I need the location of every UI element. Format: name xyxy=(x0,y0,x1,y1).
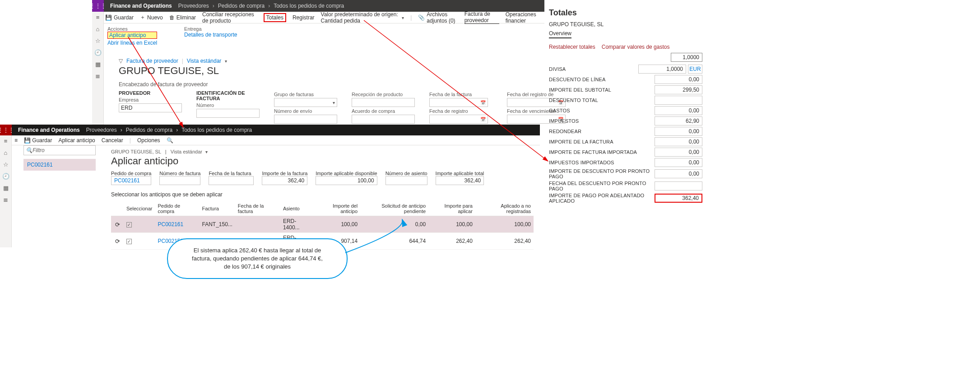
save-button[interactable]: 💾 Guardar xyxy=(24,137,52,144)
exchange-rate-value[interactable]: 1,0000 xyxy=(671,53,702,62)
menu-icon[interactable]: ≡ xyxy=(94,14,102,21)
home-icon[interactable]: ⌂ xyxy=(94,25,102,32)
recepcion-input[interactable] xyxy=(352,98,415,107)
funnel-icon[interactable]: ▽ xyxy=(119,58,123,64)
totalapp-input[interactable]: 362,40 xyxy=(436,176,484,185)
table-header[interactable]: Seleccionar xyxy=(124,201,155,216)
table-header[interactable]: Factura xyxy=(199,201,235,216)
register-button[interactable]: Registrar xyxy=(293,14,315,21)
table-cell: ⟳ xyxy=(111,233,124,250)
avail-input[interactable]: 100,00 xyxy=(316,176,377,185)
delete-button[interactable]: 🗑 Eliminar xyxy=(169,14,196,21)
table-header[interactable]: Importe del anticipo xyxy=(314,201,360,216)
workspace-icon[interactable]: ▦ xyxy=(2,184,9,191)
clock-icon[interactable]: 🕘 xyxy=(94,49,102,56)
totals-row-value[interactable]: 0,00 xyxy=(655,158,702,167)
numero-input[interactable] xyxy=(196,109,260,118)
invamt-input[interactable]: 362,40 xyxy=(262,176,307,185)
star-icon[interactable]: ☆ xyxy=(2,161,9,168)
waffle-icon[interactable]: ⋮⋮⋮ xyxy=(92,0,104,12)
invno-input[interactable] xyxy=(159,176,200,185)
crumb-1[interactable]: Proveedores xyxy=(86,127,117,133)
grupo-facturas-input[interactable] xyxy=(274,98,337,107)
nav-item-selected[interactable]: PC002161 xyxy=(23,159,96,171)
filter-input[interactable]: 🔍 Filtro xyxy=(23,145,96,155)
page-title: GRUPO TEGUISE, SL xyxy=(119,65,543,77)
transport-details-action[interactable]: Detalles de transporte xyxy=(184,32,237,38)
table-header[interactable]: Importe para aplicar xyxy=(428,201,475,216)
table-row[interactable]: ⟳PC002161FANT_150...ERD-1400...100,000,0… xyxy=(111,216,534,233)
table-header[interactable]: Solicitud de anticipo pendiente xyxy=(360,201,428,216)
waffle-icon[interactable]: ⋮⋮⋮ xyxy=(0,125,12,135)
row-checkbox[interactable] xyxy=(126,239,132,244)
compare-expenses-link[interactable]: Comparar valores de gastos xyxy=(602,44,670,50)
totals-row-value[interactable]: 0,00 xyxy=(655,127,702,136)
form-path[interactable]: Factura de proveedor xyxy=(126,58,178,64)
totals-button[interactable]: Totales xyxy=(264,13,286,22)
apply-prepayment-button[interactable]: Aplicar anticipo xyxy=(58,137,95,144)
view-label[interactable]: Vista estándar xyxy=(187,58,227,64)
totals-row-value[interactable] xyxy=(655,96,702,105)
totals-row-value[interactable]: 62,90 xyxy=(655,116,702,125)
fecha-factura-label: Fecha de la factura xyxy=(429,92,497,97)
attachments-button[interactable]: 📎 Archivos adjuntos (0) xyxy=(418,11,458,24)
empresa-input[interactable]: ERD xyxy=(119,103,182,112)
acuerdo-input[interactable] xyxy=(352,115,415,124)
apply-prepayment-action[interactable]: Aplicar anticipo xyxy=(107,32,157,39)
hamburger-icon[interactable]: ≡ xyxy=(14,137,18,144)
table-header[interactable]: Aplicado a no registradas xyxy=(475,201,534,216)
crumb-1[interactable]: Proveedores xyxy=(178,3,209,9)
totals-row-value[interactable] xyxy=(655,181,702,190)
vendor-invoice-tab[interactable]: Factura de proveedor xyxy=(464,11,499,24)
home-icon[interactable]: ⌂ xyxy=(2,149,9,156)
crumb-2[interactable]: Pedidos de compra xyxy=(126,127,172,133)
totals-row-value[interactable]: 0,00 xyxy=(655,169,702,178)
totals-row-value[interactable]: 0,00 xyxy=(655,137,702,146)
overview-tab[interactable]: Overview xyxy=(549,30,571,38)
vendor-invoice-form: ▽ Factura de proveedor | Vista estándar … xyxy=(119,58,543,124)
list-icon[interactable]: ≣ xyxy=(2,196,9,203)
crumb-3[interactable]: Todos los pedidos de compra xyxy=(181,127,252,133)
numero-envio-input[interactable] xyxy=(274,115,337,124)
totals-row-value[interactable]: 0,00 xyxy=(655,75,702,84)
table-header[interactable]: Fecha de la factura xyxy=(235,201,280,216)
open-lines-excel-action[interactable]: Abrir líneas en Excel xyxy=(107,40,157,46)
totals-row-value[interactable]: 1,0000 xyxy=(638,65,686,74)
totals-row-value[interactable]: 362,40 xyxy=(655,194,702,203)
crumb-2[interactable]: Pedidos de compra xyxy=(218,3,265,9)
totals-row-value[interactable]: 299,50 xyxy=(655,85,702,94)
workspace-icon[interactable]: ▦ xyxy=(94,60,102,68)
default-from-dropdown[interactable]: Valor predeterminado de origen: Cantidad… xyxy=(321,11,404,24)
po-input[interactable]: PC002161 xyxy=(111,176,151,185)
totals-row-value[interactable]: 0,00 xyxy=(655,148,702,157)
finops-tab[interactable]: Operaciones financier xyxy=(506,11,541,24)
proveedor-label: PROVEEDOR xyxy=(119,90,186,96)
menu-icon[interactable]: ≡ xyxy=(2,137,9,144)
table-header[interactable]: Pedido de compra xyxy=(155,201,199,216)
table-header[interactable] xyxy=(111,201,124,216)
acuerdo-label: Acuerdo de compra xyxy=(352,108,419,114)
options-button[interactable]: Opciones xyxy=(137,137,160,144)
voucher-input[interactable] xyxy=(385,176,427,185)
search-icon[interactable]: 🔍 xyxy=(167,137,173,144)
totalapp-label: Importe aplicable total xyxy=(436,171,484,176)
row-checkbox[interactable] xyxy=(126,222,132,228)
clock-icon[interactable]: 🕘 xyxy=(2,172,9,180)
match-receipts-button[interactable]: Conciliar recepciones de producto xyxy=(202,11,257,24)
crumb-3[interactable]: Todos los pedidos de compra xyxy=(274,3,344,9)
table-cell xyxy=(235,216,280,233)
fecha-registro-input[interactable] xyxy=(429,115,488,124)
star-icon[interactable]: ☆ xyxy=(94,37,102,44)
grupo-facturas-label: Grupo de facturas xyxy=(274,92,342,97)
save-button[interactable]: 💾 Guardar xyxy=(105,14,134,21)
totals-row-value[interactable]: 0,00 xyxy=(655,106,702,115)
list-icon[interactable]: ≣ xyxy=(94,72,102,79)
fecha-factura-input[interactable] xyxy=(429,98,488,107)
invdate-input[interactable] xyxy=(209,176,254,185)
table-header[interactable]: Asiento xyxy=(280,201,314,216)
invamt-label: Importe de la factura xyxy=(262,171,307,176)
reset-totals-link[interactable]: Restablecer totales xyxy=(549,44,595,50)
cancel-button[interactable]: Cancelar xyxy=(102,137,123,144)
callout-line-3: de los 907,14 € originales xyxy=(192,263,323,271)
new-button[interactable]: ＋Nuevo xyxy=(140,14,163,21)
